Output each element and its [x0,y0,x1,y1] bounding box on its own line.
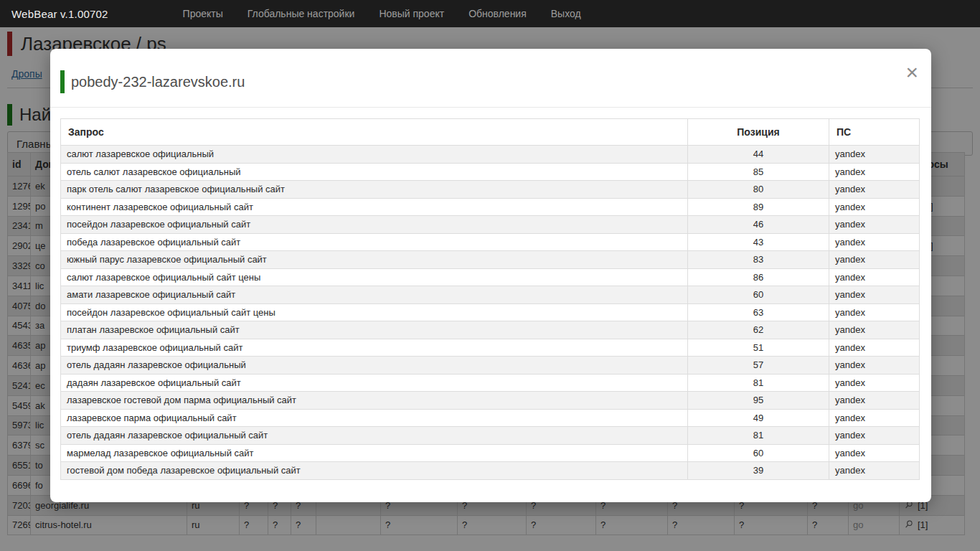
query-cell: лазаревское парма официальный сайт [61,409,688,427]
position-cell: 57 [688,357,829,375]
engine-cell: yandex [829,339,920,357]
engine-cell: yandex [829,251,920,269]
position-cell: 49 [688,409,829,427]
position-cell: 86 [688,268,829,286]
positions-table-row: амати лазаревское официальный сайт60yand… [61,286,920,304]
engine-cell: yandex [829,392,920,410]
query-cell: лазаревское гостевой дом парма официальн… [61,392,688,410]
position-cell: 83 [688,251,829,269]
positions-table-row: лазаревское гостевой дом парма официальн… [61,392,920,410]
positions-table-row: салют лазаревское официальный44yandex [61,146,920,164]
positions-table-row: гостевой дом победа лазаревское официаль… [61,462,920,480]
engine-cell: yandex [829,233,920,251]
positions-table-row: платан лазаревское официальный сайт62yan… [61,321,920,339]
query-cell: триумф лазаревское официальный сайт [61,339,688,357]
nav-menu: ПроектыГлобальные настройкиНовый проектО… [183,8,581,19]
positions-table-row: дадаян лазаревское официальный сайт81yan… [61,374,920,392]
positions-col-header-2: ПС [829,119,920,146]
positions-table-row: посейдон лазаревское официальный сайт це… [61,303,920,321]
engine-cell: yandex [829,374,920,392]
position-cell: 95 [688,392,829,410]
engine-cell: yandex [829,181,920,199]
position-cell: 62 [688,321,829,339]
engine-cell: yandex [829,268,920,286]
positions-table-row: победа лазаревское официальный сайт43yan… [61,233,920,251]
query-cell: посейдон лазаревское официальный сайт це… [61,303,688,321]
engine-cell: yandex [829,198,920,216]
engine-cell: yandex [829,427,920,445]
position-cell: 60 [688,286,829,304]
position-cell: 89 [688,198,829,216]
position-cell: 80 [688,181,829,199]
query-cell: салют лазаревское официальный сайт цены [61,268,688,286]
positions-table-row: отель дадаян лазаревское официальный57ya… [61,357,920,375]
positions-col-header-1: Позиция [688,119,829,146]
query-cell: парк отель салют лазаревское официальный… [61,181,688,199]
nav-menu-item-1[interactable]: Глобальные настройки [248,8,355,19]
positions-table-row: посейдон лазаревское официальный сайт46y… [61,216,920,234]
query-cell: платан лазаревское официальный сайт [61,321,688,339]
drop-positions-modal: pobedy-232-lazarevskoe.ru × ЗапросПозици… [50,49,931,502]
query-cell: победа лазаревское официальный сайт [61,233,688,251]
positions-table-row: континент лазаревское официальный сайт89… [61,198,920,216]
positions-table: ЗапросПозицияПС салют лазаревское официа… [60,118,920,480]
nav-menu-item-0[interactable]: Проекты [183,8,223,19]
positions-table-row: отель салют лазаревское официальный85yan… [61,163,920,181]
engine-cell: yandex [829,216,920,234]
engine-cell: yandex [829,357,920,375]
position-cell: 44 [688,146,829,164]
engine-cell: yandex [829,462,920,480]
query-cell: амати лазаревское официальный сайт [61,286,688,304]
position-cell: 43 [688,233,829,251]
nav-menu-item-3[interactable]: Обновления [468,8,527,19]
positions-table-row: салют лазаревское официальный сайт цены8… [61,268,920,286]
query-cell: салют лазаревское официальный [61,146,688,164]
position-cell: 81 [688,427,829,445]
position-cell: 46 [688,216,829,234]
modal-header: pobedy-232-lazarevskoe.ru × [50,49,931,108]
app-brand: WebBear v.1.00702 [11,8,108,20]
query-cell: гостевой дом победа лазаревское официаль… [61,462,688,480]
top-navbar: WebBear v.1.00702 ПроектыГлобальные наст… [0,0,980,27]
close-icon[interactable]: × [905,62,918,83]
position-cell: 63 [688,303,829,321]
query-cell: мармелад лазаревское официальный сайт [61,444,688,462]
position-cell: 60 [688,444,829,462]
position-cell: 39 [688,462,829,480]
positions-table-row: мармелад лазаревское официальный сайт60y… [61,444,920,462]
engine-cell: yandex [829,321,920,339]
engine-cell: yandex [829,286,920,304]
query-cell: отель салют лазаревское официальный [61,163,688,181]
query-cell: отель дадаян лазаревское официальный сай… [61,427,688,445]
positions-table-header-row: ЗапросПозицияПС [61,119,920,146]
nav-menu-item-2[interactable]: Новый проект [379,8,444,19]
positions-table-row: отель дадаян лазаревское официальный сай… [61,427,920,445]
engine-cell: yandex [829,146,920,164]
query-cell: дадаян лазаревское официальный сайт [61,374,688,392]
query-cell: континент лазаревское официальный сайт [61,198,688,216]
engine-cell: yandex [829,409,920,427]
position-cell: 51 [688,339,829,357]
positions-table-row: южный парус лазаревское официальный сайт… [61,251,920,269]
positions-col-header-0: Запрос [61,119,688,146]
nav-menu-item-4[interactable]: Выход [551,8,581,19]
query-cell: южный парус лазаревское официальный сайт [61,251,688,269]
query-cell: отель дадаян лазаревское официальный [61,357,688,375]
positions-table-row: парк отель салют лазаревское официальный… [61,181,920,199]
positions-table-row: триумф лазаревское официальный сайт51yan… [61,339,920,357]
position-cell: 85 [688,163,829,181]
positions-table-row: лазаревское парма официальный сайт49yand… [61,409,920,427]
engine-cell: yandex [829,444,920,462]
query-cell: посейдон лазаревское официальный сайт [61,216,688,234]
modal-title: pobedy-232-lazarevskoe.ru [60,70,245,93]
engine-cell: yandex [829,163,920,181]
position-cell: 81 [688,374,829,392]
engine-cell: yandex [829,303,920,321]
